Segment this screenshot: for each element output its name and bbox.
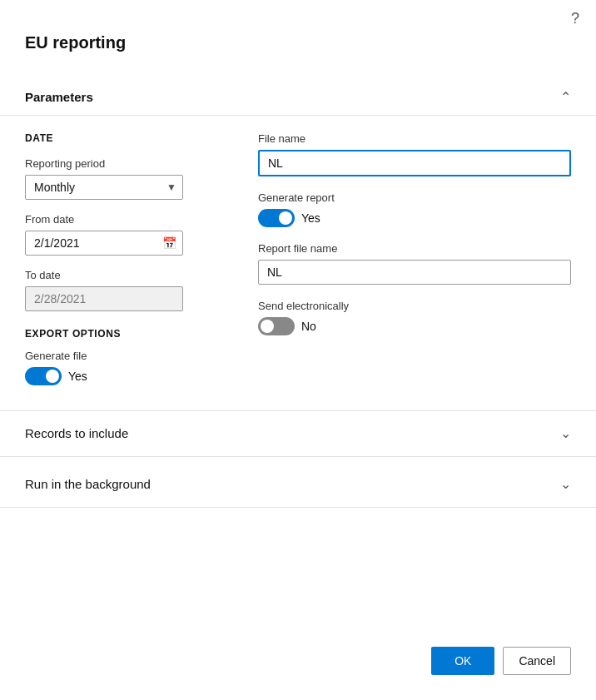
reporting-period-select[interactable]: Monthly Quarterly Yearly (25, 175, 183, 200)
send-electronically-label: Send electronically (258, 300, 571, 312)
generate-file-label: Generate file (25, 350, 225, 362)
from-date-wrapper: 📅 (25, 231, 183, 256)
to-date-wrapper (25, 286, 183, 311)
records-section-title: Records to include (25, 426, 128, 440)
parameters-section: Parameters ⌃ DATE Reporting period Month… (0, 79, 596, 411)
records-chevron-down-icon: ⌄ (560, 425, 571, 441)
file-name-group: File name (258, 132, 571, 176)
from-date-calendar-icon[interactable]: 📅 (162, 236, 176, 250)
from-date-label: From date (25, 213, 225, 226)
parameters-section-content: DATE Reporting period Monthly Quarterly … (0, 116, 596, 411)
file-name-column: File name Generate report Yes Report fil… (258, 132, 571, 385)
file-name-input[interactable] (258, 150, 571, 176)
file-name-label: File name (258, 132, 571, 145)
generate-file-toggle[interactable] (25, 367, 62, 385)
send-electronically-toggle-row: No (258, 317, 571, 335)
records-section-header[interactable]: Records to include ⌄ (0, 410, 596, 456)
from-date-input[interactable] (25, 231, 183, 256)
generate-file-yes-label: Yes (68, 370, 87, 383)
background-section: Run in the background ⌄ (0, 461, 596, 508)
report-file-name-label: Report file name (258, 242, 571, 255)
export-options-group: EXPORT OPTIONS Generate file Yes (25, 328, 225, 385)
parameters-section-header[interactable]: Parameters ⌃ (0, 79, 596, 116)
parameters-chevron-up-icon: ⌃ (560, 89, 571, 105)
reporting-period-label: Reporting period (25, 157, 225, 170)
send-electronically-group: Send electronically No (258, 300, 571, 335)
from-date-group: From date 📅 (25, 213, 225, 256)
reporting-period-select-wrapper: Monthly Quarterly Yearly ▼ (25, 175, 183, 200)
background-chevron-down-icon: ⌄ (560, 476, 571, 492)
date-column: DATE Reporting period Monthly Quarterly … (25, 132, 225, 385)
generate-report-group: Generate report Yes (258, 191, 571, 227)
export-options-label: EXPORT OPTIONS (25, 328, 225, 340)
generate-report-label: Generate report (258, 191, 571, 204)
background-section-header[interactable]: Run in the background ⌄ (0, 461, 596, 507)
help-icon[interactable]: ? (571, 10, 579, 27)
records-section: Records to include ⌄ (0, 410, 596, 457)
page-title: EU reporting (25, 33, 126, 52)
background-section-title: Run in the background (25, 477, 151, 491)
send-electronically-no-label: No (301, 320, 316, 333)
cancel-button[interactable]: Cancel (503, 647, 571, 675)
reporting-period-group: Reporting period Monthly Quarterly Yearl… (25, 157, 225, 200)
generate-file-toggle-row: Yes (25, 367, 225, 385)
generate-report-toggle[interactable] (258, 209, 295, 227)
to-date-input[interactable] (25, 286, 183, 311)
send-electronically-toggle[interactable] (258, 317, 295, 335)
parameters-section-title: Parameters (25, 90, 93, 104)
date-label: DATE (25, 132, 225, 144)
footer-buttons: OK Cancel (431, 647, 571, 675)
report-file-name-input[interactable] (258, 260, 571, 285)
to-date-label: To date (25, 269, 225, 281)
report-file-name-group: Report file name (258, 242, 571, 285)
to-date-group: To date (25, 269, 225, 311)
generate-report-yes-label: Yes (301, 211, 320, 225)
ok-button[interactable]: OK (431, 647, 494, 675)
generate-report-toggle-row: Yes (258, 209, 571, 227)
